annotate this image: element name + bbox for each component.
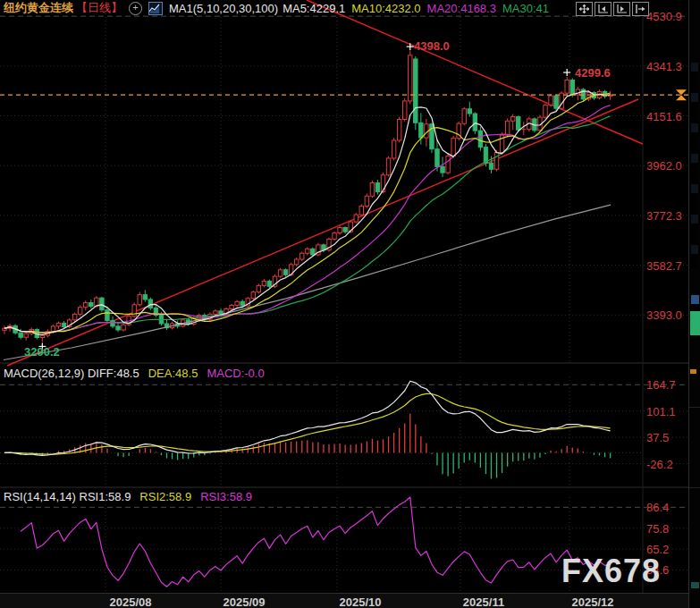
low-label: 3290.2 <box>24 345 60 359</box>
macd-value: MACD:-0.0 <box>207 367 264 380</box>
y-axis-tick: 3772.3 <box>646 209 682 223</box>
x-axis-tick: 2025/10 <box>332 595 389 608</box>
sliver-divider <box>689 487 700 488</box>
ma30-value: MA30:41 <box>502 2 549 15</box>
ma10-value: MA10:4232.0 <box>351 2 420 15</box>
x-axis-tick: 2025/09 <box>215 595 273 608</box>
y-axis-tick: 4151.6 <box>646 110 682 123</box>
sliver-fragment <box>691 582 699 588</box>
crosshair-move-icon[interactable] <box>576 2 593 16</box>
right-panel-sliver <box>688 0 700 608</box>
dea-value: DEA:48.5 <box>148 367 198 380</box>
axis-compress-icon[interactable] <box>595 2 611 16</box>
add-indicator-icon[interactable]: + <box>129 2 142 15</box>
y-axis-tick: 4341.3 <box>646 60 682 73</box>
period-label[interactable]: 【日线】 <box>76 0 122 16</box>
chart-type-icon[interactable] <box>148 2 163 15</box>
rsi3-value: RSI3:58.9 <box>200 490 252 503</box>
y-axis-tick: 101.1 <box>646 405 676 418</box>
rsi-legend: RSI(14,14,14) RSI1:58.9 RSI2:58.9 RSI3:5… <box>4 490 252 503</box>
sliver-fragment <box>691 63 698 268</box>
sliver-fragment <box>691 295 699 304</box>
ma20-value: MA20:4168.3 <box>427 2 496 15</box>
y-axis-tick: 3962.0 <box>646 159 682 173</box>
chart-canvas[interactable] <box>0 0 700 608</box>
main-legend: 纽约黄金连续 【日线】 + MA1(5,10,20,30,100) MA5:42… <box>4 1 549 15</box>
macd-title: MACD(26,12,9) DIFF:48.5 <box>4 367 139 380</box>
axis-expand-icon[interactable] <box>613 2 630 16</box>
macd-legend: MACD(26,12,9) DIFF:48.5 DEA:48.5 MACD:-0… <box>4 367 265 380</box>
y-axis-tick: 4530.9 <box>646 10 682 23</box>
chart-toolbar <box>576 2 649 16</box>
y-axis-tick: -26.2 <box>646 458 673 471</box>
sliver-fragment <box>690 369 696 374</box>
rsi2-value: RSI2:58.9 <box>139 490 191 503</box>
symbol-name[interactable]: 纽约黄金连续 <box>4 0 73 16</box>
second-high-label: 4299.6 <box>575 66 611 80</box>
chart-app: 纽约黄金连续 【日线】 + MA1(5,10,20,30,100) MA5:42… <box>0 0 700 608</box>
peak-high-label: 4398.0 <box>414 39 450 53</box>
sliver-fragment <box>690 311 700 335</box>
y-axis-tick: 86.4 <box>646 501 669 514</box>
y-axis-tick: 37.5 <box>646 431 669 444</box>
ma-group-label: MA1(5,10,20,30,100) <box>169 2 278 15</box>
x-axis-tick: 2025/11 <box>455 595 512 608</box>
y-axis-tick: 164.7 <box>646 378 676 392</box>
y-axis-tick: 3582.7 <box>646 259 682 273</box>
y-axis-tick: 75.8 <box>646 522 669 536</box>
rsi1-title: RSI(14,14,14) RSI1:58.9 <box>4 490 131 503</box>
pan-right-icon[interactable] <box>632 2 649 16</box>
x-axis-tick: 2025/08 <box>102 595 159 608</box>
watermark: FX678 <box>561 553 661 590</box>
ma5-value: MA5:4229.1 <box>283 2 345 15</box>
sliver-divider <box>689 407 700 408</box>
y-axis-tick: 3393.0 <box>646 308 682 322</box>
x-axis-tick: 2025/12 <box>564 595 621 608</box>
